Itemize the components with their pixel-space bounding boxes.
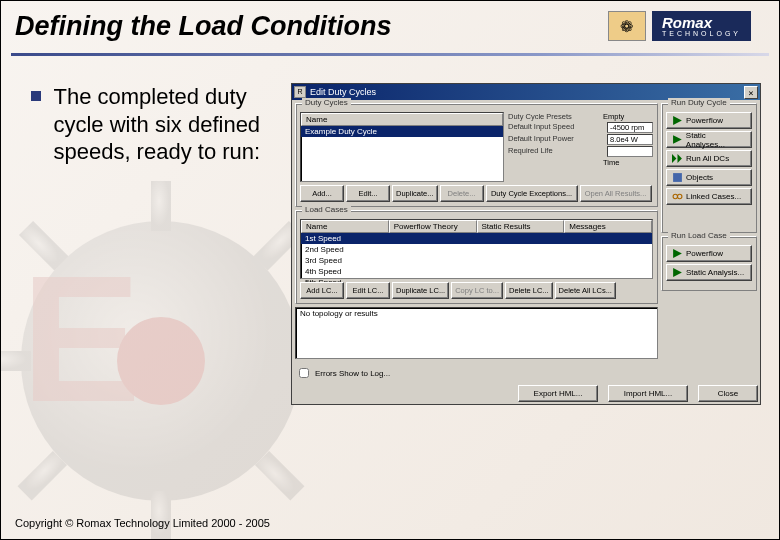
svg-marker-13 (672, 154, 676, 163)
svg-marker-11 (673, 116, 682, 125)
required-life-input[interactable] (607, 146, 653, 157)
svg-marker-18 (673, 249, 682, 258)
svg-rect-1 (151, 181, 171, 231)
bullet-text: The completed duty cycle with six define… (53, 83, 263, 166)
errors-to-log-checkbox[interactable] (299, 368, 309, 378)
lc-delete-button[interactable]: Delete LC... (505, 282, 553, 299)
window-icon: R (294, 86, 306, 98)
brand-logo: ❁ Romax TECHNOLOGY (608, 11, 751, 41)
svg-text:E: E (21, 238, 141, 439)
close-button-bottom[interactable]: Close (698, 385, 758, 402)
objects-button[interactable]: Objects (666, 169, 752, 186)
dc-delete-button[interactable]: Delete... (440, 185, 484, 202)
run-load-case-group: Run Load Case Powerflow Static Analysis.… (661, 236, 757, 291)
cube-icon (672, 172, 683, 183)
duty-cycle-list[interactable]: Name Example Duty Cycle (300, 112, 504, 182)
load-case-row[interactable]: 2nd Speed (301, 244, 652, 255)
dc-edit-button[interactable]: Edit... (346, 185, 390, 202)
duty-cycle-properties: Duty Cycle PresetsEmpty Default Input Sp… (508, 112, 653, 182)
copyright-footer: Copyright © Romax Technology Limited 200… (15, 517, 270, 529)
run-all-dcs-button[interactable]: Run All DCs (666, 150, 752, 167)
linked-cases-button[interactable]: Linked Cases... (666, 188, 752, 205)
lc-add-button[interactable]: Add LC... (300, 282, 344, 299)
svg-rect-8 (255, 451, 304, 500)
duty-cycle-row[interactable]: Example Duty Cycle (301, 126, 503, 137)
slide-title: Defining the Load Conditions (15, 11, 391, 42)
errors-to-log-label: Errors Show to Log... (315, 369, 390, 378)
svg-marker-19 (673, 268, 682, 277)
import-hml-button[interactable]: Import HML... (608, 385, 688, 402)
svg-rect-7 (18, 451, 67, 500)
run-dc-static-button[interactable]: Static Analyses... (666, 131, 752, 148)
svg-rect-15 (673, 173, 682, 182)
lc-deleteall-button[interactable]: Delete All LCs... (555, 282, 616, 299)
svg-point-17 (678, 194, 682, 198)
lc-duplicate-button[interactable]: Duplicate LC... (392, 282, 449, 299)
load-case-row[interactable]: 3rd Speed (301, 255, 652, 266)
run-lc-static-button[interactable]: Static Analysis... (666, 264, 752, 281)
bullet-item: The completed duty cycle with six define… (31, 83, 271, 166)
play-icon (672, 267, 683, 278)
dc-add-button[interactable]: Add... (300, 185, 344, 202)
default-power-input[interactable] (607, 134, 653, 145)
dc-open-results-button[interactable]: Open All Results... (580, 185, 652, 202)
duty-cycles-group: Duty Cycles Name Example Duty Cycle Duty… (295, 103, 658, 207)
svg-marker-14 (678, 154, 682, 163)
title-divider (11, 53, 769, 56)
dc-exceptions-button[interactable]: Duty Cycle Exceptions... (486, 185, 578, 202)
bullet-marker (31, 91, 41, 101)
default-speed-input[interactable] (607, 122, 653, 133)
svg-marker-12 (673, 135, 682, 144)
lc-copyto-button[interactable]: Copy LC to... (451, 282, 503, 299)
link-icon (672, 191, 683, 202)
load-cases-group: Load Cases Name Powerflow Theory Static … (295, 210, 658, 304)
svg-rect-2 (151, 491, 171, 540)
window-title: Edit Duty Cycles (310, 87, 744, 97)
dc-duplicate-button[interactable]: Duplicate... (392, 185, 438, 202)
load-case-row[interactable]: 1st Speed (301, 233, 652, 244)
play-all-icon (672, 153, 683, 164)
run-dc-powerflow-button[interactable]: Powerflow (666, 112, 752, 129)
load-case-row[interactable]: 4th Speed (301, 266, 652, 277)
run-duty-cycle-group: Run Duty Cycle Powerflow Static Analyses… (661, 103, 757, 233)
play-icon (672, 248, 683, 259)
play-icon (672, 134, 683, 145)
run-lc-powerflow-button[interactable]: Powerflow (666, 245, 752, 262)
close-button[interactable]: × (744, 86, 758, 99)
logo-icon: ❁ (608, 11, 646, 41)
svg-point-16 (673, 194, 677, 198)
results-list[interactable]: No topology or results (295, 307, 658, 359)
play-icon (672, 115, 683, 126)
edit-duty-cycles-window: R Edit Duty Cycles × Duty Cycles Name Ex… (291, 83, 761, 405)
export-hml-button[interactable]: Export HML... (518, 385, 598, 402)
load-case-list[interactable]: Name Powerflow Theory Static Results Mes… (300, 219, 653, 279)
lc-edit-button[interactable]: Edit LC... (346, 282, 390, 299)
